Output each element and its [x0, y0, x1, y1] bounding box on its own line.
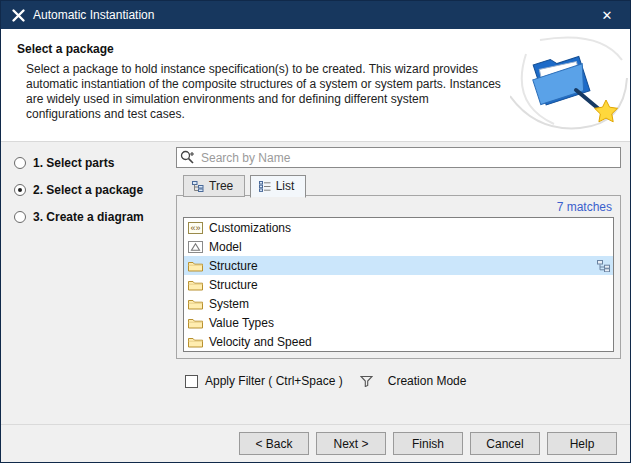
view-tabs: Tree List: [176, 174, 621, 196]
list-item-label: Structure: [209, 278, 258, 292]
apply-filter-checkbox[interactable]: [185, 375, 198, 388]
package-list[interactable]: «» Customizations Model S: [183, 217, 614, 352]
search-icon: [180, 150, 196, 169]
tab-label: Tree: [209, 179, 233, 193]
help-button[interactable]: Help: [547, 432, 617, 455]
match-count: 7 matches: [177, 196, 620, 217]
step-label: 3. Create a diagram: [33, 210, 144, 224]
list-item-label: Structure: [209, 259, 258, 273]
folder-icon: [188, 336, 203, 348]
radio-selected-icon: [14, 184, 26, 196]
containment-structure-icon[interactable]: [597, 260, 610, 272]
step-label: 1. Select parts: [33, 156, 114, 170]
automatic-instantiation-dialog: Automatic Instantiation ✕ Select a packa…: [0, 0, 631, 463]
list-item-label: Customizations: [209, 221, 291, 235]
app-logo-icon: [10, 7, 26, 23]
window-title: Automatic Instantiation: [33, 8, 154, 22]
filter-funnel-icon[interactable]: [360, 375, 373, 387]
svg-text:«»: «»: [190, 223, 200, 233]
list-item[interactable]: Velocity and Speed: [184, 332, 613, 351]
list-item[interactable]: System: [184, 294, 613, 313]
close-icon[interactable]: ✕: [584, 1, 630, 29]
list-item-label: Model: [209, 240, 242, 254]
back-button[interactable]: < Back: [239, 432, 309, 455]
list-item[interactable]: «» Customizations: [184, 218, 613, 237]
step-select-package[interactable]: 2. Select a package: [14, 181, 172, 198]
step-label: 2. Select a package: [33, 183, 143, 197]
next-button[interactable]: Next >: [316, 432, 386, 455]
customizations-icon: «»: [188, 222, 203, 234]
list-item-selected[interactable]: Structure: [184, 256, 613, 275]
folder-icon: [188, 279, 203, 291]
wizard-steps: 1. Select parts 2. Select a package 3. C…: [14, 154, 172, 235]
tree-icon: [192, 181, 204, 192]
radio-icon: [14, 157, 26, 169]
wizard-graphic-icon: [510, 30, 628, 138]
list-item-label: Value Types: [209, 316, 274, 330]
package-selection-area: Tree List 7 matches: [176, 147, 621, 388]
step-create-diagram[interactable]: 3. Create a diagram: [14, 208, 172, 225]
search-box: [176, 147, 621, 168]
list-item-label: System: [209, 297, 249, 311]
titlebar[interactable]: Automatic Instantiation ✕: [1, 1, 630, 29]
search-input[interactable]: [176, 147, 621, 168]
finish-button[interactable]: Finish: [393, 432, 463, 455]
list-item[interactable]: Structure: [184, 275, 613, 294]
filter-row: Apply Filter ( Ctrl+Space ) Creation Mod…: [176, 374, 621, 388]
list-item[interactable]: Model: [184, 237, 613, 256]
wizard-header: Select a package Select a package to hol…: [1, 29, 630, 142]
folder-icon: [188, 260, 203, 272]
tab-tree[interactable]: Tree: [183, 175, 245, 197]
page-title: Select a package: [17, 42, 114, 56]
folder-icon: [188, 317, 203, 329]
cancel-button[interactable]: Cancel: [470, 432, 540, 455]
tab-list[interactable]: List: [250, 175, 307, 198]
folder-icon: [188, 298, 203, 310]
list-item[interactable]: Value Types: [184, 313, 613, 332]
page-description: Select a package to hold instance specif…: [26, 62, 504, 122]
list-item-label: Velocity and Speed: [209, 335, 312, 349]
radio-icon: [14, 211, 26, 223]
tab-label: List: [276, 179, 295, 193]
apply-filter-label[interactable]: Apply Filter ( Ctrl+Space ): [205, 374, 343, 388]
dialog-footer: < Back Next > Finish Cancel Help: [1, 424, 630, 462]
creation-mode-label: Creation Mode: [388, 374, 467, 388]
model-icon: [188, 241, 203, 253]
list-icon: [259, 181, 271, 192]
step-select-parts[interactable]: 1. Select parts: [14, 154, 172, 171]
results-panel: 7 matches «» Customizations Model: [176, 195, 621, 359]
